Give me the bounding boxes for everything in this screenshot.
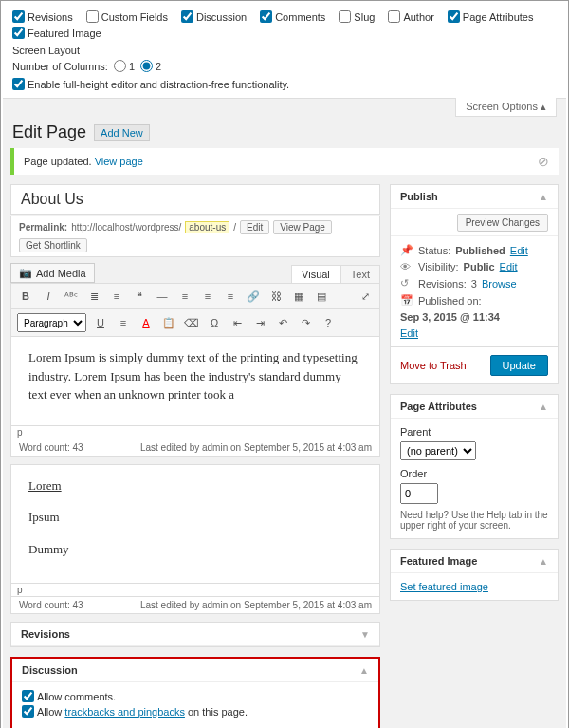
help-text: Need help? Use the Help tab in the upper… (400, 510, 548, 531)
update-button[interactable]: Update (490, 355, 548, 376)
italic-icon[interactable]: I (40, 288, 57, 305)
screen-option-checkbox[interactable] (86, 10, 99, 23)
revisions-icon: ↺ (400, 277, 413, 289)
more-icon[interactable]: ▦ (290, 288, 307, 305)
element-path: p (10, 426, 380, 439)
discussion-box-header[interactable]: Discussion▲ (12, 659, 378, 682)
editor-content-2[interactable]: Lorem Ipsum Dummy (11, 465, 379, 584)
screen-option-checkbox[interactable] (12, 27, 25, 39)
toolbar-toggle-icon[interactable]: ▤ (313, 288, 330, 305)
chevron-up-icon: ▲ (539, 401, 548, 412)
editor-content[interactable]: Lorem Ipsum is simply dummy text of the … (11, 337, 379, 425)
page-title: Edit Page (12, 122, 86, 142)
alignl-icon[interactable]: ≡ (176, 288, 193, 305)
element-path: p (10, 584, 380, 597)
clear-icon[interactable]: ⌫ (183, 314, 200, 331)
ol-icon[interactable]: ≡ (108, 288, 125, 305)
help-icon[interactable]: ? (320, 314, 337, 331)
screen-option-checkbox[interactable] (388, 10, 400, 23)
title-input[interactable]: About Us (10, 184, 380, 215)
calendar-icon: 📅 (400, 294, 413, 307)
set-featured-image-link[interactable]: Set featured image (400, 581, 488, 592)
publish-box-header[interactable]: Publish▲ (391, 185, 558, 209)
outdent-icon[interactable]: ⇤ (229, 314, 246, 331)
chevron-up-icon: ▲ (359, 665, 369, 676)
edit-slug-button[interactable]: Edit (240, 220, 269, 234)
edit-status-link[interactable]: Edit (510, 245, 528, 256)
fullheight-checkbox[interactable] (12, 78, 25, 90)
edit-visibility-link[interactable]: Edit (500, 261, 518, 272)
revisions-box-header[interactable]: Revisions▼ (11, 623, 379, 646)
add-new-button[interactable]: Add New (94, 124, 150, 141)
columns-2-radio[interactable] (140, 60, 153, 72)
page-attributes-header[interactable]: Page Attributes▲ (391, 395, 558, 419)
columns-1-radio[interactable] (114, 60, 126, 72)
columns-label: Number of Columns: (12, 61, 108, 72)
tab-visual[interactable]: Visual (291, 265, 340, 283)
indent-icon[interactable]: ⇥ (251, 314, 268, 331)
textcolor-icon[interactable]: A (138, 314, 155, 331)
chevron-up-icon: ▲ (539, 556, 548, 567)
chevron-up-icon: ▲ (539, 192, 548, 202)
underline-icon[interactable]: U (92, 314, 109, 331)
featured-image-header[interactable]: Featured Image▲ (391, 550, 558, 573)
trackbacks-link[interactable]: trackbacks and pingbacks (64, 706, 185, 718)
char-icon[interactable]: Ω (206, 314, 223, 331)
screen-options-tab[interactable]: Screen Options ▴ (455, 98, 557, 117)
redo-icon[interactable]: ↷ (297, 314, 314, 331)
browse-revisions-link[interactable]: Browse (482, 278, 517, 289)
order-input[interactable] (400, 483, 438, 504)
view-page-button[interactable]: View Page (273, 220, 332, 234)
unlink-icon[interactable]: ⛓ (267, 288, 284, 305)
allow-trackbacks-checkbox[interactable] (22, 705, 34, 718)
strike-icon[interactable]: ᴬᴮᶜ (63, 288, 80, 305)
chevron-down-icon: ▼ (360, 629, 370, 640)
tab-text[interactable]: Text (340, 265, 380, 283)
quote-icon[interactable]: ❝ (131, 288, 148, 305)
paragraph-select[interactable]: Paragraph (17, 313, 86, 332)
screen-option-checkbox[interactable] (448, 10, 460, 23)
paste-icon[interactable]: 📋 (160, 314, 177, 331)
parent-select[interactable]: (no parent) (400, 441, 476, 460)
pin-icon: 📌 (400, 244, 413, 256)
bold-icon[interactable]: B (17, 288, 34, 305)
justify-icon[interactable]: ≡ (115, 314, 132, 331)
media-icon: 📷 (19, 267, 32, 279)
screen-option-checkbox[interactable] (12, 10, 25, 23)
eye-icon: 👁 (400, 261, 413, 272)
shortlink-button[interactable]: Get Shortlink (19, 238, 87, 252)
alignc-icon[interactable]: ≡ (199, 288, 216, 305)
screen-option-checkbox[interactable] (260, 10, 272, 23)
screen-option-checkbox[interactable] (181, 10, 193, 23)
allow-comments-checkbox[interactable] (22, 690, 34, 702)
alignr-icon[interactable]: ≡ (222, 288, 239, 305)
move-to-trash-link[interactable]: Move to Trash (400, 360, 467, 371)
edit-date-link[interactable]: Edit (400, 327, 418, 339)
screen-option-checkbox[interactable] (339, 10, 351, 23)
undo-icon[interactable]: ↶ (274, 314, 291, 331)
add-media-button[interactable]: 📷Add Media (10, 263, 95, 283)
dismiss-notice-icon[interactable]: ⊘ (538, 154, 549, 169)
hr-icon[interactable]: ― (154, 288, 171, 305)
fullscreen-icon[interactable]: ⤢ (357, 288, 374, 305)
ul-icon[interactable]: ≣ (85, 288, 102, 305)
permalink-slug: about-us (185, 221, 229, 233)
view-page-link[interactable]: View page (95, 156, 143, 167)
preview-button[interactable]: Preview Changes (457, 214, 548, 232)
link-icon[interactable]: 🔗 (245, 288, 262, 305)
screen-layout-label: Screen Layout (12, 45, 557, 56)
